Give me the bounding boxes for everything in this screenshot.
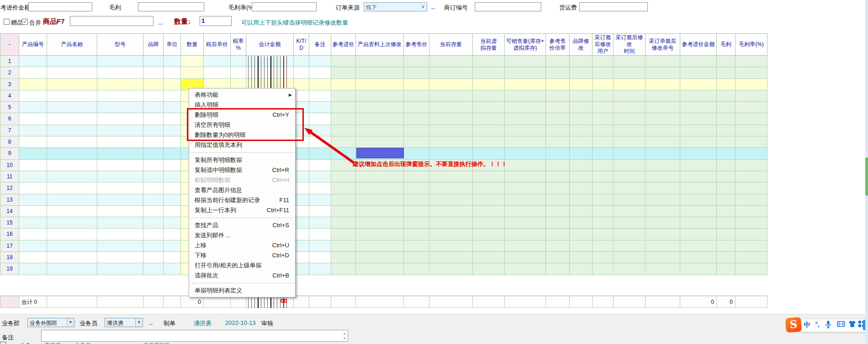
grid-cell[interactable]: [331, 79, 356, 90]
row-number[interactable]: 3: [0, 79, 19, 90]
bottom-link[interactable]: 虚拟库影响: [143, 342, 170, 344]
grid-cell[interactable]: [97, 90, 143, 102]
grid-cell[interactable]: [614, 102, 646, 113]
grid-cell[interactable]: [505, 67, 546, 78]
grid-cell[interactable]: [717, 229, 736, 240]
column-header[interactable]: K/T/ D: [294, 33, 309, 56]
menu-item[interactable]: 查找产品Ctrl+S: [189, 220, 295, 230]
grid-cell[interactable]: [164, 171, 181, 182]
grid-cell[interactable]: [473, 240, 505, 252]
grid-cell[interactable]: [646, 206, 680, 217]
grid-cell[interactable]: [356, 90, 404, 102]
grid-cell[interactable]: [429, 56, 473, 67]
grid-cell[interactable]: [646, 160, 680, 171]
grid-cell[interactable]: [404, 252, 429, 263]
grid-cell[interactable]: [19, 102, 47, 113]
grid-cell[interactable]: [680, 263, 717, 275]
grid-cell[interactable]: [404, 125, 429, 136]
grid-cell[interactable]: [473, 136, 505, 148]
grid-cell[interactable]: [356, 240, 404, 252]
grid-cell[interactable]: [570, 102, 593, 113]
skin-shirt-icon[interactable]: [847, 320, 857, 329]
grid-cell[interactable]: [593, 229, 614, 240]
grid-cell[interactable]: [143, 160, 164, 171]
grid-cell[interactable]: [473, 182, 505, 194]
grid-cell[interactable]: [19, 148, 47, 159]
menu-item[interactable]: 上移Ctrl+U: [189, 240, 295, 250]
grid-cell[interactable]: [331, 217, 356, 229]
grid-cell[interactable]: [47, 102, 97, 113]
column-header[interactable]: 可销售量(库存+ 虚拟库存): [505, 33, 546, 56]
grid-cell[interactable]: [97, 136, 143, 148]
bottom-link[interactable]: 库存管: [44, 342, 61, 344]
grid-cell[interactable]: [546, 113, 570, 125]
grid-cell[interactable]: [546, 56, 570, 67]
menu-item[interactable]: 选择批次Ctrl+B: [189, 271, 295, 281]
column-header[interactable]: -: [0, 33, 19, 56]
grid-cell[interactable]: [47, 194, 97, 206]
grid-cell[interactable]: [646, 90, 680, 102]
vertical-scrollbar[interactable]: [865, 0, 868, 344]
grid-cell[interactable]: [164, 67, 181, 78]
grid-cell[interactable]: [646, 136, 680, 148]
menu-item[interactable]: 复制上一行本列Ctrl+F11: [189, 205, 295, 215]
grid-cell[interactable]: [614, 182, 646, 194]
grid-cell[interactable]: [309, 102, 331, 113]
grid-cell[interactable]: [680, 217, 717, 229]
column-header[interactable]: 税后单价: [204, 33, 231, 56]
row-number[interactable]: 9: [0, 148, 19, 159]
grid-cell[interactable]: [429, 252, 473, 263]
grid-cell[interactable]: [736, 136, 767, 148]
grid-cell[interactable]: [331, 206, 356, 217]
grid-cell[interactable]: [97, 252, 143, 263]
grid-cell[interactable]: [570, 182, 593, 194]
gift-checkbox[interactable]: [4, 19, 10, 25]
grid-cell[interactable]: [404, 113, 429, 125]
merge-checkbox[interactable]: ✓: [22, 19, 28, 25]
row-number[interactable]: 7: [0, 125, 19, 136]
grid-cell[interactable]: [680, 148, 717, 159]
grid-cell[interactable]: [143, 102, 164, 113]
grid-cell[interactable]: [736, 171, 767, 182]
grid-cell[interactable]: [736, 217, 767, 229]
grid-cell[interactable]: [473, 148, 505, 159]
grid-cell[interactable]: [97, 102, 143, 113]
grid-cell[interactable]: [717, 125, 736, 136]
grid-cell[interactable]: [404, 79, 429, 90]
product-input[interactable]: [70, 16, 153, 26]
grid-cell[interactable]: [47, 148, 97, 159]
grid-cell[interactable]: [204, 56, 231, 67]
grid-cell[interactable]: [717, 148, 736, 159]
grid-cell[interactable]: [505, 125, 546, 136]
grid-cell[interactable]: [429, 136, 473, 148]
grid-cell[interactable]: [473, 113, 505, 125]
row-number[interactable]: 12: [0, 182, 19, 194]
dept-select[interactable]: 业务外围部 ▼: [27, 318, 74, 327]
grid-cell[interactable]: [717, 113, 736, 125]
grid-cell[interactable]: [614, 229, 646, 240]
grid-cell[interactable]: [404, 171, 429, 182]
grid-cell[interactable]: [294, 240, 309, 252]
grid-cell[interactable]: [294, 206, 309, 217]
grid-cell[interactable]: [97, 160, 143, 171]
column-header[interactable]: 合计金额: [246, 33, 294, 56]
grid-cell[interactable]: [164, 113, 181, 125]
grid-cell[interactable]: [680, 194, 717, 206]
grid-cell[interactable]: [546, 240, 570, 252]
microphone-icon[interactable]: [824, 320, 833, 329]
grid-cell[interactable]: [614, 56, 646, 67]
grid-cell[interactable]: [736, 160, 767, 171]
grid-cell[interactable]: [143, 194, 164, 206]
grid-cell[interactable]: [736, 263, 767, 275]
grid-cell[interactable]: [404, 217, 429, 229]
grid-cell[interactable]: [331, 56, 356, 67]
grid-cell[interactable]: [646, 263, 680, 275]
qty-input[interactable]: 1: [200, 16, 232, 26]
grid-cell[interactable]: [19, 194, 47, 206]
dropdown-arrow-icon[interactable]: ▼: [135, 318, 143, 327]
grid-cell[interactable]: [546, 125, 570, 136]
grid-cell[interactable]: [570, 194, 593, 206]
grid-cell[interactable]: [309, 240, 331, 252]
grid-cell[interactable]: [614, 67, 646, 78]
grid-cell[interactable]: [356, 56, 404, 67]
